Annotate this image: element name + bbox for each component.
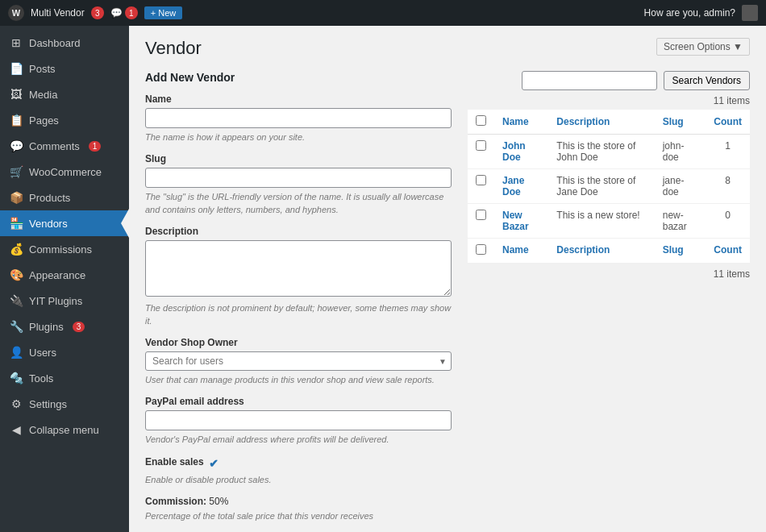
description-field-group: Description The description is not promi… — [145, 226, 452, 327]
sidebar-item-products[interactable]: 📦 Products — [0, 185, 129, 210]
name-hint: The name is how it appears on your site. — [145, 131, 452, 143]
row-count: 0 — [706, 204, 750, 239]
header-slug: Slug — [655, 110, 706, 135]
row-checkbox — [468, 169, 494, 204]
slug-input[interactable] — [145, 168, 452, 188]
footer-name: Name — [494, 239, 548, 264]
slug-label: Slug — [145, 153, 452, 164]
sidebar-item-media[interactable]: 🖼 Media — [0, 81, 129, 107]
comments-badge: 1 — [89, 141, 102, 152]
users-icon: 👤 — [10, 346, 23, 359]
commissions-icon: 💰 — [10, 243, 23, 256]
updates-badge: 3 — [91, 6, 104, 19]
select-all-checkbox[interactable] — [476, 115, 486, 126]
slug-field-group: Slug The "slug" is the URL-friendly vers… — [145, 153, 452, 216]
search-vendors-input[interactable] — [522, 71, 657, 90]
tools-icon: 🔩 — [10, 372, 23, 384]
description-textarea[interactable] — [145, 240, 452, 297]
screen-options-button[interactable]: Screen Options ▼ — [656, 38, 750, 56]
sidebar-item-label: Users — [29, 347, 56, 359]
sidebar-item-yit-plugins[interactable]: 🔌 YIT Plugins — [0, 288, 129, 314]
content-area: Add New Vendor Name The name is how it a… — [145, 71, 750, 532]
table-row: Jane Doe This is the store of Jane Doe j… — [468, 169, 750, 204]
shop-owner-field-group: Vendor Shop Owner ▼ User that can manage… — [145, 337, 452, 386]
comments-icon: 💬 — [10, 139, 23, 152]
row-select-checkbox[interactable] — [476, 210, 486, 220]
enable-sales-hint: Enable or disable product sales. — [145, 474, 452, 486]
search-users-wrap: ▼ — [145, 351, 452, 371]
comments-item[interactable]: 💬 1 — [110, 6, 138, 19]
sidebar: ⊞ Dashboard 📄 Posts 🖼 Media 📋 Pages 💬 Co… — [0, 26, 129, 532]
site-name[interactable]: Multi Vendor — [31, 7, 85, 19]
sidebar-item-tools[interactable]: 🔩 Tools — [0, 365, 129, 391]
top-bar-right: How are you, admin? — [644, 5, 758, 21]
add-vendor-form: Add New Vendor Name The name is how it a… — [145, 71, 452, 532]
paypal-field-group: PayPal email address Vendor's PayPal ema… — [145, 396, 452, 446]
sidebar-item-settings[interactable]: ⚙ Settings — [0, 391, 129, 417]
footer-count: Count — [706, 239, 750, 264]
sidebar-item-label: Settings — [29, 398, 67, 410]
row-select-checkbox[interactable] — [476, 175, 486, 185]
footer-slug: Slug — [655, 239, 706, 264]
row-select-checkbox[interactable] — [476, 140, 486, 151]
paypal-hint: Vendor's PayPal email address where prof… — [145, 434, 452, 446]
commission-row: Commission: 50% — [145, 496, 452, 507]
form-title: Add New Vendor — [145, 71, 452, 84]
sidebar-item-posts[interactable]: 📄 Posts — [0, 56, 129, 81]
sidebar-item-users[interactable]: 👤 Users — [0, 339, 129, 365]
commission-group: Commission: 50% Percentage of the total … — [145, 496, 452, 522]
vendor-name-link[interactable]: John Doe — [502, 140, 526, 163]
new-button[interactable]: + New — [144, 6, 183, 19]
name-input[interactable] — [145, 108, 452, 128]
sidebar-item-label: YIT Plugins — [29, 295, 82, 307]
search-users-input[interactable] — [145, 351, 452, 371]
description-hint: The description is not prominent by defa… — [145, 302, 452, 327]
plugins-icon: 🔧 — [10, 320, 23, 333]
paypal-input[interactable] — [145, 410, 452, 430]
admin-avatar — [742, 5, 758, 21]
sidebar-item-vendors[interactable]: 🏪 Vendors — [0, 210, 129, 236]
sidebar-item-collapse[interactable]: ◀ Collapse menu — [0, 417, 129, 443]
appearance-icon: 🎨 — [10, 268, 23, 281]
items-count-bottom: 11 items — [468, 268, 750, 280]
pages-icon: 📋 — [10, 114, 23, 127]
vendor-name-link[interactable]: New Bazar — [502, 210, 529, 232]
products-icon: 📦 — [10, 191, 23, 204]
sidebar-item-plugins[interactable]: 🔧 Plugins 3 — [0, 314, 129, 339]
footer-select-all-checkbox[interactable] — [476, 244, 486, 255]
enable-sales-row: Enable sales ✔ — [145, 456, 452, 471]
vendor-name-link[interactable]: Jane Doe — [502, 175, 524, 197]
woocommerce-icon: 🛒 — [10, 165, 23, 178]
updates-item[interactable]: 3 — [91, 6, 104, 19]
paypal-label: PayPal email address — [145, 396, 452, 407]
sidebar-item-dashboard[interactable]: ⊞ Dashboard — [0, 30, 129, 56]
vendors-icon: 🏪 — [10, 217, 23, 230]
table-header-row: Name Description Slug Count — [468, 110, 750, 135]
commission-hint: Percentage of the total sale price that … — [145, 510, 452, 522]
header-name: Name — [494, 110, 548, 135]
comments-badge: 1 — [125, 6, 138, 19]
sidebar-item-commissions[interactable]: 💰 Commissions — [0, 236, 129, 262]
plugins-badge: 3 — [73, 322, 85, 332]
header-count: Count — [706, 110, 750, 135]
sidebar-item-label: Dashboard — [29, 37, 81, 49]
top-bar: W Multi Vendor 3 💬 1 + New How are you, … — [0, 0, 766, 26]
row-description: This is the store of Jane Doe — [548, 169, 654, 204]
table-footer-row: Name Description Slug Count — [468, 239, 750, 264]
sidebar-item-label: Comments — [29, 140, 80, 152]
sidebar-item-comments[interactable]: 💬 Comments 1 — [0, 133, 129, 159]
search-vendors-button[interactable]: Search Vendors — [664, 71, 750, 90]
sidebar-item-label: Collapse menu — [29, 424, 99, 436]
sidebar-item-appearance[interactable]: 🎨 Appearance — [0, 262, 129, 288]
main-content: Vendor Screen Options ▼ Add New Vendor N… — [129, 26, 766, 532]
vendor-table: Name Description Slug Count John Doe Thi… — [468, 110, 750, 264]
commission-value: 50% — [209, 496, 228, 507]
sidebar-item-label: Posts — [29, 63, 56, 75]
sidebar-active-arrow — [121, 209, 129, 238]
wp-logo[interactable]: W — [8, 5, 24, 21]
sidebar-item-woocommerce[interactable]: 🛒 WooCommerce — [0, 159, 129, 185]
row-slug: new-bazar — [655, 204, 706, 239]
vendor-table-wrap: Search Vendors 11 items Name Description… — [468, 71, 750, 532]
top-bar-left: W Multi Vendor 3 💬 1 + New — [8, 5, 182, 21]
sidebar-item-pages[interactable]: 📋 Pages — [0, 107, 129, 133]
